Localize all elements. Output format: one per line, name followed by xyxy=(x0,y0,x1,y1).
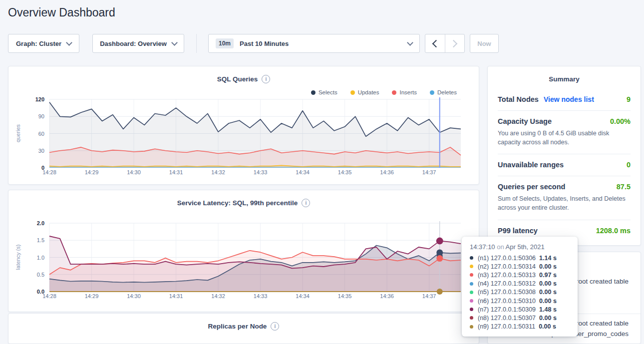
chart-legend: SelectsUpdatesInsertsDeletes xyxy=(311,89,457,95)
tooltip-time: 14:37:10 xyxy=(470,243,495,251)
graph-dropdown[interactable]: Graph: Cluster xyxy=(8,34,79,53)
x-axis-tick: 14:30 xyxy=(127,293,141,299)
chevron-down-icon xyxy=(171,39,178,46)
tooltip-node: (n9) 127.0.0.1:50311 xyxy=(478,323,535,330)
summary-panel: Summary Total NodesView nodes list9Capac… xyxy=(487,66,641,246)
summary-label: Unavailable ranges xyxy=(498,161,564,169)
legend-item: Deletes xyxy=(430,89,457,95)
tooltip-row: (n8) 127.0.0.1:503070.00 s xyxy=(462,314,578,322)
tooltip-value: 0.00 s xyxy=(539,298,557,305)
series-dot-icon xyxy=(470,325,473,329)
tooltip-value: 0.00 s xyxy=(539,289,557,296)
tooltip-row: (n3) 127.0.0.1:503130.97 s xyxy=(462,271,578,279)
chart-title-text: Replicas per Node xyxy=(208,323,267,330)
x-axis-tick: 14:28 xyxy=(42,169,56,175)
legend-dot-icon xyxy=(350,90,355,95)
legend-item: Selects xyxy=(311,89,337,95)
series-dot-icon xyxy=(470,299,473,303)
chart-title: Replicas per Node i xyxy=(8,314,479,331)
summary-label: Total Nodes xyxy=(498,95,539,103)
x-axis-tick: 14:32 xyxy=(211,293,225,299)
summary-row: Queries per second87.5Sum of Selects, Up… xyxy=(498,176,631,220)
legend-label: Selects xyxy=(319,89,337,95)
tooltip-node: (n1) 127.0.0.1:50306 xyxy=(478,255,536,262)
legend-dot-icon xyxy=(392,90,396,95)
summary-row: Unavailable ranges0 xyxy=(498,154,631,176)
series-dot-icon xyxy=(470,282,473,286)
info-icon[interactable]: i xyxy=(262,75,270,83)
legend-dot-icon xyxy=(311,90,316,95)
chart-tooltip: 14:37:10 on Apr 5th, 2021 (n1) 127.0.0.1… xyxy=(462,237,578,337)
summary-row: Total NodesView nodes list9 xyxy=(498,89,631,111)
info-icon[interactable]: i xyxy=(302,199,310,207)
chevron-down-icon xyxy=(66,39,72,46)
legend-item: Updates xyxy=(350,89,379,95)
summary-value: 0 xyxy=(627,161,631,169)
legend-label: Updates xyxy=(358,89,379,95)
summary-value: 9 xyxy=(627,95,631,103)
tooltip-node: (n5) 127.0.0.1:50308 xyxy=(478,289,536,296)
replicas-per-node-card: Replicas per Node i xyxy=(8,313,479,344)
summary-value: 87.5 xyxy=(617,183,631,191)
series-dot-icon xyxy=(470,256,473,260)
y-axis-tick: 0.5 xyxy=(37,272,44,278)
x-axis-tick: 14:37 xyxy=(422,293,436,299)
now-button[interactable]: Now xyxy=(470,34,499,53)
x-axis-tick: 14:34 xyxy=(296,169,310,175)
hover-point-dot xyxy=(437,289,443,295)
y-axis-tick: 0 xyxy=(41,165,44,171)
x-axis-tick: 14:28 xyxy=(42,293,56,299)
tooltip-node: (n2) 127.0.0.1:50314 xyxy=(478,263,536,270)
toolbar-divider xyxy=(196,34,197,53)
sql-queries-chart[interactable]: 14:2814:2914:3014:3114:3214:3314:3414:35… xyxy=(18,95,466,177)
legend-item: Inserts xyxy=(392,89,417,95)
chart-title: Service Latency: SQL, 99th percentile i xyxy=(8,190,479,207)
y-axis-tick: 1.5 xyxy=(37,237,44,243)
summary-label: P99 latency xyxy=(498,227,538,235)
tooltip-rows: (n1) 127.0.0.1:503061.14 s(n2) 127.0.0.1… xyxy=(462,254,578,331)
y-axis-tick: 0.0 xyxy=(37,289,44,295)
x-axis-tick: 14:35 xyxy=(338,169,352,175)
x-axis-tick: 14:36 xyxy=(380,169,394,175)
x-axis-tick: 14:31 xyxy=(169,169,183,175)
info-icon[interactable]: i xyxy=(271,322,279,331)
legend-dot-icon xyxy=(430,90,434,95)
chevron-right-icon xyxy=(450,39,458,47)
time-range-label: Past 10 Minutes xyxy=(240,40,289,47)
chart-title: SQL Queries i xyxy=(8,66,479,83)
dashboard-dropdown[interactable]: Dashboard: Overview xyxy=(92,34,184,53)
now-button-label: Now xyxy=(477,40,491,47)
y-axis-tick: 30 xyxy=(38,148,44,154)
y-axis-tick: 2.0 xyxy=(37,220,44,226)
tooltip-value: 0.00 s xyxy=(539,280,557,287)
tooltip-value: 0.97 s xyxy=(539,272,557,279)
tooltip-node: (n7) 127.0.0.1:50309 xyxy=(478,306,536,313)
chevron-down-icon xyxy=(407,39,413,46)
page-title: Overview Dashboard xyxy=(8,6,115,19)
tooltip-node: (n6) 127.0.0.1:50310 xyxy=(478,298,536,305)
overview-dashboard-page: Overview Dashboard Graph: Cluster Dashbo… xyxy=(0,0,644,344)
summary-value: 0.00% xyxy=(610,117,631,125)
x-axis-tick: 14:29 xyxy=(85,293,99,299)
tooltip-row: (n5) 127.0.0.1:503080.00 s xyxy=(462,288,578,297)
legend-label: Deletes xyxy=(437,89,457,95)
service-latency-chart[interactable]: 14:2814:2914:3014:3114:3214:3314:3414:35… xyxy=(18,219,466,301)
y-axis-tick: 90 xyxy=(38,113,44,119)
chart-title-text: SQL Queries xyxy=(217,75,258,83)
tooltip-value: 0.00 s xyxy=(539,263,557,270)
series-dot-icon xyxy=(470,316,473,320)
x-axis-tick: 14:32 xyxy=(211,169,225,175)
tooltip-row: (n4) 127.0.0.1:503120.00 s xyxy=(462,280,578,288)
sql-queries-card: SQL Queries i SelectsUpdatesInsertsDelet… xyxy=(8,66,479,185)
x-axis-tick: 14:33 xyxy=(254,169,268,175)
view-nodes-link[interactable]: View nodes list xyxy=(544,95,594,103)
tooltip-value: 1.48 s xyxy=(539,306,557,313)
summary-subtext: You are using 0 B of 4.5 GiB usable disk… xyxy=(498,129,631,147)
next-range-button[interactable] xyxy=(445,34,465,52)
time-range-selector[interactable]: 10m Past 10 Minutes xyxy=(208,34,420,53)
tooltip-row: (n9) 127.0.0.1:503110.00 s xyxy=(462,323,578,331)
chevron-left-icon xyxy=(432,39,440,47)
prev-range-button[interactable] xyxy=(425,34,445,52)
y-axis-tick: 120 xyxy=(35,96,44,102)
x-axis-tick: 14:37 xyxy=(422,169,436,175)
